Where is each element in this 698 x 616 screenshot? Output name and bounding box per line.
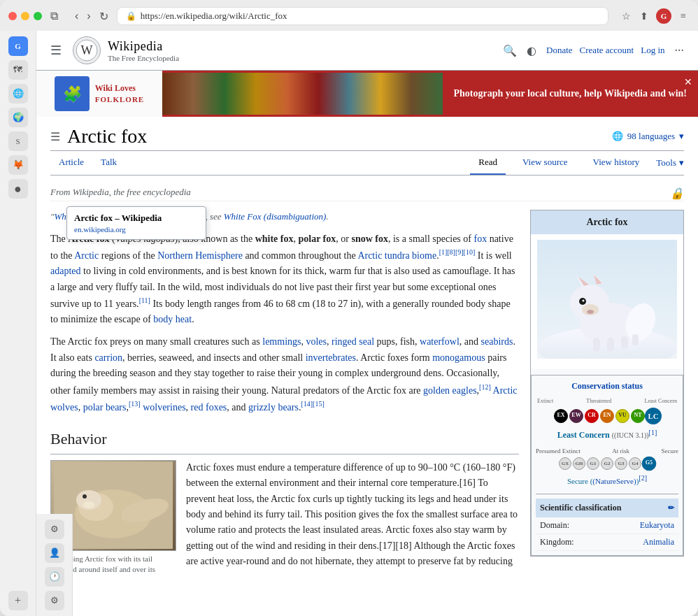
address-bar[interactable]: 🔒 https://en.wikipedia.org/wiki/Arctic_f…: [117, 7, 608, 25]
banner-close-button[interactable]: ✕: [684, 76, 692, 88]
sidebar-icon-maps[interactable]: 🗺: [8, 60, 28, 80]
tabs-left: Article Talk: [50, 151, 125, 175]
window-tile-button[interactable]: ⧉: [48, 8, 61, 24]
conservation-title: Conservation status: [536, 380, 678, 393]
seabirds-link[interactable]: seabirds: [481, 336, 513, 347]
back-button[interactable]: ‹: [72, 8, 81, 24]
content-area[interactable]: ☰ W Wikipedia The Free Encyclopedia 🔍: [36, 31, 698, 616]
grizzly-bears-link[interactable]: grizzly bears: [248, 401, 299, 412]
extension-icon[interactable]: G: [656, 8, 671, 24]
behavior-content: A sleeping Arctic fox with its tail wrap…: [50, 460, 519, 577]
wiki-logo-area: ☰ W Wikipedia The Free Encyclopedia: [50, 36, 179, 64]
threatened-label: Threatened: [586, 397, 611, 406]
invertebrates-link[interactable]: invertebrates: [306, 352, 356, 363]
tooltip-popup: Arctic fox – Wikipedia en.wikipedia.org: [66, 206, 206, 240]
bottom-sidebar: ⚙ 👤 🕐 ⚙: [36, 514, 73, 616]
fox-link[interactable]: fox: [473, 234, 487, 244]
sci-kingdom-row: Kingdom: Animalia: [536, 534, 678, 551]
sidebar-icon-s[interactable]: S: [8, 131, 28, 151]
golden-eagles-link[interactable]: golden eagles: [423, 385, 477, 395]
circle-nt: NT: [631, 409, 645, 423]
polar-bears-link[interactable]: polar bears: [83, 401, 127, 412]
chevron-down-icon: ▾: [679, 131, 684, 142]
circle-en: EN: [600, 409, 614, 423]
tab-view-source[interactable]: View source: [514, 151, 576, 175]
red-foxes-link[interactable]: red foxes: [191, 401, 227, 412]
banner-images: [162, 73, 443, 115]
arctic-tundra-link[interactable]: Arctic tundra biome: [357, 250, 436, 261]
body-heat-link[interactable]: body heat: [153, 314, 192, 324]
natureserve-link[interactable]: (NatureServe): [592, 477, 636, 485]
sidebar-icon-earth[interactable]: 🌍: [8, 108, 28, 127]
tab-view-history[interactable]: View history: [585, 151, 648, 175]
svg-rect-26: [621, 336, 628, 349]
wiki-menu-button[interactable]: ☰: [50, 43, 62, 58]
tab-talk[interactable]: Talk: [92, 151, 125, 175]
domain-value[interactable]: Eukaryota: [640, 519, 674, 532]
minimize-button[interactable]: [21, 12, 29, 20]
menu-icon[interactable]: ≡: [677, 10, 690, 22]
tab-read[interactable]: Read: [470, 151, 506, 175]
article-menu-icon[interactable]: ☰: [50, 130, 60, 143]
bookmark-icon[interactable]: ☆: [620, 10, 632, 22]
northern-hemisphere-link[interactable]: Northern Hemisphere: [157, 250, 243, 261]
tabs-right: Read View source View history Tools ▾: [470, 151, 684, 175]
lock-icon: 🔒: [670, 187, 684, 200]
lemmings-link[interactable]: lemmings: [262, 336, 301, 347]
history-icon[interactable]: 🕐: [45, 567, 64, 587]
domain-label: Domain:: [540, 519, 569, 532]
forward-button[interactable]: ›: [84, 8, 93, 24]
carrion-link[interactable]: carrion: [94, 352, 122, 363]
waterfowl-link[interactable]: waterfowl: [420, 336, 460, 347]
close-button[interactable]: [8, 12, 17, 20]
conservation-status-box: Conservation status Extinct Threatened L…: [531, 375, 683, 557]
infobox: Arctic fox: [530, 210, 684, 557]
banner-message: Photograph your local culture, help Wiki…: [454, 87, 687, 101]
wiki-more-icon[interactable]: ···: [675, 43, 685, 58]
wolverines-link[interactable]: wolverines: [143, 401, 185, 412]
secure-label: Secure: [662, 446, 679, 456]
sidebar-icon-plus[interactable]: +: [8, 591, 28, 610]
voles-link[interactable]: voles: [306, 336, 327, 347]
url-text[interactable]: https://en.wikipedia.org/wiki/Arctic_fox: [141, 10, 599, 22]
sidebar-icon-dot[interactable]: ●: [8, 179, 28, 199]
svg-rect-24: [593, 338, 600, 352]
circle-gx: GX: [559, 457, 571, 470]
user-icon[interactable]: 👤: [45, 543, 64, 563]
language-button[interactable]: 🌐 98 languages ▾: [612, 131, 684, 142]
reload-button[interactable]: ↻: [97, 8, 111, 24]
share-icon[interactable]: ⬆: [638, 10, 650, 22]
wiki-search-icon[interactable]: 🔍: [503, 44, 517, 57]
adapted-link[interactable]: adapted: [50, 266, 81, 276]
disambiguation-link[interactable]: White Fox (disambiguation): [224, 211, 327, 222]
wiki-brand: Wikipedia The Free Encyclopedia: [108, 39, 179, 62]
sidebar-icon-google[interactable]: G: [8, 36, 28, 56]
security-icon: 🔒: [126, 11, 136, 22]
article-tabs: Article Talk Read View source View histo…: [50, 151, 684, 176]
log-in-link[interactable]: Log in: [641, 45, 664, 56]
donate-link[interactable]: Donate: [546, 45, 573, 56]
kingdom-value[interactable]: Animalia: [643, 536, 674, 549]
settings-icon[interactable]: ⚙: [45, 520, 64, 539]
ringed-seal-link[interactable]: ringed seal: [332, 336, 374, 347]
sidebar-icon-fox[interactable]: 🦊: [8, 155, 28, 175]
bottom-settings-icon[interactable]: ⚙: [45, 591, 64, 610]
maximize-button[interactable]: [34, 12, 42, 20]
dark-mode-icon[interactable]: ◐: [527, 44, 536, 57]
wiki-loves-icon: 🧩: [55, 76, 90, 111]
language-count: 98 languages: [627, 131, 675, 142]
svg-point-9: [83, 494, 87, 499]
sidebar-icon-translate[interactable]: 🌐: [8, 84, 28, 103]
sci-edit-button[interactable]: ✏: [668, 502, 674, 515]
iucn-text: ((IUCN 3.1))[1]: [612, 431, 657, 439]
tab-article[interactable]: Article: [50, 151, 92, 175]
arctic-link[interactable]: Arctic: [74, 250, 99, 261]
from-line-text: From Wikipedia, the free encyclopedia: [50, 187, 191, 197]
tools-dropdown[interactable]: Tools ▾: [656, 157, 684, 169]
article-container: ☰ Arctic fox 🌐 98 languages ▾ Article Ta…: [36, 117, 698, 577]
svg-point-23: [587, 310, 594, 314]
kingdom-label: Kingdom:: [540, 536, 574, 549]
create-account-link[interactable]: Create account: [580, 45, 634, 56]
circle-g4: G4: [629, 457, 641, 470]
monogamous-link[interactable]: monogamous: [432, 352, 485, 363]
